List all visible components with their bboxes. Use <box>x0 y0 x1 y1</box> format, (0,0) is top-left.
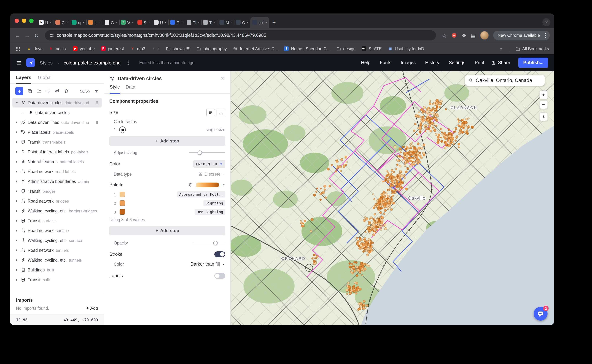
delete-layer-icon[interactable] <box>64 89 69 94</box>
add-color-stop-button[interactable]: +Add stop <box>109 226 225 235</box>
browser-tab[interactable]: Cha× <box>53 17 70 28</box>
caret-right-icon[interactable] <box>15 150 19 154</box>
tab-layers[interactable]: Layers <box>16 75 31 84</box>
tab-data[interactable]: Data <box>126 84 135 93</box>
layer-row[interactable]: Data-driven circlesdata-driven-ci <box>12 98 102 107</box>
bookmark-item[interactable]: Nnetflix <box>49 46 67 51</box>
new-tab-button[interactable]: + <box>270 17 279 28</box>
bookmark-item[interactable]: shows!!!!! <box>166 46 190 51</box>
layer-row[interactable]: Transitbridges <box>12 186 102 196</box>
publish-button[interactable]: Publish... <box>519 58 548 68</box>
color-swatch[interactable] <box>119 209 125 214</box>
map-canvas[interactable]: CLARKSONORCHARDOakville <box>231 71 554 325</box>
bookmarks-overflow-button[interactable]: » <box>500 46 502 51</box>
layer-row[interactable]: Road networkbridges <box>12 196 102 206</box>
drag-handle-icon[interactable] <box>95 100 99 105</box>
tab-search-button[interactable] <box>542 18 550 26</box>
stroke-color-select[interactable]: Darker than fill <box>191 262 225 267</box>
site-settings-icon[interactable] <box>49 33 54 38</box>
tab-close-icon[interactable]: × <box>181 20 183 24</box>
tab-close-icon[interactable]: × <box>99 20 101 24</box>
bookmark-item[interactable]: ▲drive <box>26 46 43 51</box>
caret-right-icon[interactable] <box>15 140 19 144</box>
zoom-in-button[interactable]: + <box>539 91 547 99</box>
color-field-chip[interactable]: ENCOUNTER <box>193 160 225 168</box>
bookmark-star-icon[interactable]: ☆ <box>442 32 447 38</box>
layer-row[interactable]: Walking, cycling, etc.surface <box>12 235 102 245</box>
value-chip[interactable]: Den Sighting <box>195 209 225 215</box>
address-bar[interactable]: console.mapbox.com/studio/styles/monatgn… <box>45 30 436 40</box>
caret-right-icon[interactable] <box>15 229 19 232</box>
bookmark-item[interactable]: design <box>336 46 355 51</box>
size-options-button[interactable] <box>206 109 215 116</box>
all-bookmarks-button[interactable]: All Bookmarks <box>515 46 549 51</box>
browser-tab[interactable]: colo× <box>250 17 270 28</box>
browser-tab[interactable]: SWat× <box>119 17 136 28</box>
size-stop-button[interactable] <box>119 126 126 133</box>
bookmark-item[interactable]: D2LSLATE <box>362 46 382 51</box>
caret-right-icon[interactable] <box>15 209 19 213</box>
caret-right-icon[interactable] <box>15 199 19 203</box>
value-chip[interactable]: Approached or Foll.. <box>177 191 225 197</box>
browser-tab[interactable]: ope× <box>70 17 86 28</box>
assistant-chat-button[interactable]: 2 <box>534 307 547 321</box>
caret-right-icon[interactable] <box>15 219 19 222</box>
browser-tab[interactable]: The× <box>201 17 218 28</box>
bookmark-item[interactable]: photography <box>197 46 227 51</box>
bookmark-item[interactable]: ▦Usability for IxD <box>388 46 424 51</box>
bookmark-item[interactable]: SHome | Sheridan C... <box>284 46 330 51</box>
nav-link-fonts[interactable]: Fonts <box>380 60 391 65</box>
size-more-button[interactable]: … <box>217 109 225 116</box>
color-swatch[interactable] <box>119 200 125 206</box>
close-icon[interactable] <box>221 76 225 81</box>
caret-right-icon[interactable] <box>15 189 19 193</box>
tab-close-icon[interactable]: × <box>246 20 249 24</box>
drag-handle-icon[interactable] <box>95 120 99 124</box>
caret-down-icon[interactable] <box>15 101 19 104</box>
nav-link-print[interactable]: Print <box>475 60 484 65</box>
layer-row[interactable]: Place labelsplace-labels <box>12 127 102 137</box>
tab-close-icon[interactable]: × <box>164 20 167 24</box>
back-button[interactable]: ← <box>15 32 20 38</box>
browser-tab[interactable]: Fab× <box>168 17 185 28</box>
hide-layer-icon[interactable] <box>55 89 60 94</box>
tab-close-icon[interactable]: × <box>214 20 216 24</box>
locate-layer-icon[interactable] <box>46 89 51 94</box>
apps-grid-icon[interactable] <box>15 46 20 51</box>
bookmark-item[interactable]: Internet Archive: D... <box>233 46 278 51</box>
minimize-window-button[interactable] <box>22 19 26 23</box>
bookmark-item[interactable]: ▶youtube <box>73 46 95 51</box>
menu-hamburger-icon[interactable] <box>16 60 21 65</box>
layer-row[interactable]: Data-driven linesdata-driven-line <box>12 117 102 127</box>
bookmark-item[interactable]: Ymp3 <box>130 46 145 51</box>
opacity-slider[interactable] <box>193 241 225 245</box>
caret-right-icon[interactable] <box>15 120 19 124</box>
tab-close-icon[interactable]: × <box>132 20 134 24</box>
layer-row[interactable]: Walking, cycling, etc.barriers-bridges <box>12 206 102 216</box>
side-panel-icon[interactable]: ▤ <box>471 32 476 38</box>
layer-row[interactable]: Walking, cycling, etc.tunnels <box>12 255 102 265</box>
caret-right-icon[interactable] <box>15 170 19 173</box>
browser-tab[interactable]: Sna× <box>136 17 152 28</box>
browser-tab[interactable]: Car× <box>234 17 250 28</box>
layer-row[interactable]: Road networktunnels <box>12 245 102 255</box>
share-button[interactable]: Share <box>491 60 510 65</box>
search-input[interactable] <box>476 78 541 83</box>
browser-tab[interactable]: NUsa× <box>37 17 53 28</box>
reverse-palette-icon[interactable] <box>188 182 193 187</box>
nav-link-settings[interactable]: Settings <box>449 60 465 65</box>
value-chip[interactable]: Sighting <box>204 200 225 206</box>
nav-link-help[interactable]: Help <box>361 60 370 65</box>
layer-row[interactable]: Transittransit-labels <box>12 137 102 147</box>
tab-close-icon[interactable]: × <box>148 20 150 24</box>
zoom-out-button[interactable]: − <box>539 101 547 109</box>
bookmark-item[interactable]: Ppinterest <box>101 46 124 51</box>
browser-tab[interactable]: The× <box>185 17 201 28</box>
filter-funnel-icon[interactable] <box>94 89 99 93</box>
layer-row[interactable]: Road networkroad-labels <box>12 167 102 176</box>
color-swatch[interactable] <box>119 192 125 197</box>
caret-right-icon[interactable] <box>15 179 19 183</box>
geocoder-search[interactable] <box>465 75 545 86</box>
layer-row[interactable]: Natural featuresnatural-labels <box>12 157 102 167</box>
reload-button[interactable]: ↻ <box>34 32 39 38</box>
